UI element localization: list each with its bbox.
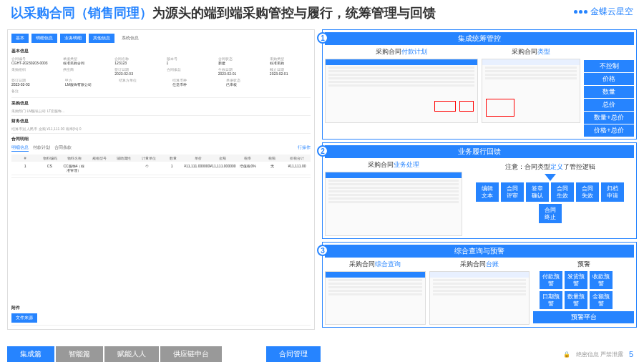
page-number: 5 [629,350,633,358]
form-tab[interactable]: 明细信息 [31,34,57,43]
warn-quantity: 数量预警 [565,291,587,309]
form-tab[interactable]: 业务明细 [60,34,86,43]
warning-platform: 预警平台 [533,311,634,323]
form-tab-bar: 基本 明细信息 业务明细 其他信息 系统信息 [11,34,311,43]
slide-header: 以采购合同 （销售同理） 为源头的端到端采购管控与履行，统筹管理与回馈 金蝶云星… [0,0,644,26]
action-sign: 签章确认 [526,182,549,202]
type-option: 不控制 [584,60,634,72]
type-option: 数量+总价 [584,112,634,124]
action-edit: 编辑文本 [476,182,499,202]
section-3-query: 3 综合查询与预警 采购合同综合查询 采购合同台账 预警 [322,242,637,328]
section-contract-title: 合同明细 [11,136,311,142]
table-row[interactable]: 1 CS CC服饰4（标准管理） 个 1 ¥11,111.000000 ¥11,… [11,162,311,175]
action-archive: 归档申请 [601,182,624,202]
type-option: 价格 [584,73,634,85]
footer-tab[interactable]: 赋能人人 [104,346,159,362]
action-effective: 合同生效 [551,182,574,202]
section-attach-title: 附件 [11,305,311,311]
warn-shipping: 发货预警 [565,271,587,289]
arrow-down-icon [545,174,556,181]
section-num-2: 2 [317,145,328,157]
slide-footer: 集成篇 智能篇 赋能人人 供应链中台 合同管理 🔒 绝密信息 严禁泄露 5 [0,346,644,362]
section-num-1: 1 [317,32,328,44]
section-basic-title: 基本信息 [11,48,311,54]
contract-type-thumbnail [482,59,581,123]
footer-tab[interactable]: 智能篇 [56,346,103,362]
type-option: 价格+总价 [584,124,634,137]
section-finance-title: 财务信息 [11,118,311,124]
section-purchase-title: 采购信息 [11,100,311,107]
title-paren: （销售同理） [75,4,152,21]
action-review: 合同评审 [501,182,524,202]
footer-tab[interactable]: 集成篇 [7,346,54,362]
warn-payment: 付款预警 [540,271,562,289]
attach-source-button[interactable]: 文件来源 [11,313,37,323]
sub-tab[interactable]: 付款计划 [33,145,50,152]
action-invalid: 合同失效 [576,182,599,202]
form-tab[interactable]: 其他信息 [89,34,114,43]
type-option: 数量 [584,86,634,98]
form-tab[interactable]: 基本 [11,34,29,43]
warn-amount: 金额预警 [590,291,613,309]
confidential-text: 绝密信息 严禁泄露 [576,351,623,358]
section-2-business: 2 业务履行回馈 采购合同业务处理 注意：合同类型定义了管控逻辑 编辑文本 合同… [322,142,637,239]
section-num-3: 3 [317,245,328,256]
section-1-title: 集成统筹管控 [325,32,634,45]
title-suffix: 为源头的端到端采购管控与履行，统筹管理与回馈 [152,4,436,21]
section-2-title: 业务履行回馈 [325,145,634,158]
brand-logo: 金蝶云星空 [574,6,633,18]
footer-tab-current[interactable]: 合同管理 [266,346,321,362]
payment-plan-thumbnail [325,59,478,123]
query-thumbnail [325,271,426,325]
row-action[interactable]: 行操作 [298,145,311,152]
action-terminate: 合同终止 [539,204,562,223]
sub-tab[interactable]: 合同条款 [54,145,72,152]
footer-tab[interactable]: 供应链中台 [160,346,222,362]
contract-form-screenshot: 基本 明细信息 业务明细 其他信息 系统信息 基本信息 合同编号CGHT-202… [7,29,315,330]
lock-icon: 🔒 [563,351,570,358]
warn-date: 日期预警 [540,291,562,309]
section-3-title: 综合查询与预警 [325,245,634,258]
ledger-thumbnail [429,271,530,325]
sub-tab[interactable]: 明细信息 [11,145,29,152]
section-1-integration: 1 集成统筹管控 采购合同付款计划 采购合同类型 [322,29,637,140]
warn-receipt: 收款预警 [590,271,613,289]
form-tab[interactable]: 系统信息 [117,34,143,43]
type-option: 总价 [584,99,634,111]
title-prefix: 以采购合同 [11,4,75,21]
business-process-thumbnail [325,172,462,236]
table-header: # 物料编码 物料名称 规格型号 辅助属性 计量单位 数量 单价 金额 税率 税… [11,155,311,162]
